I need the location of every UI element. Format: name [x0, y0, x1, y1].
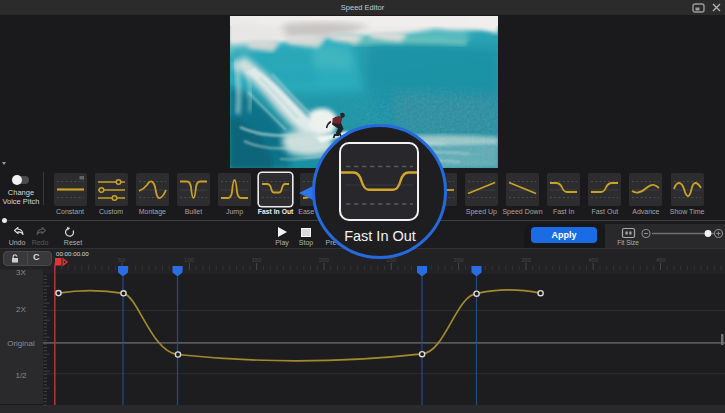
- svg-text:350: 350: [521, 257, 532, 263]
- svg-text:00:00:00.00: 00:00:00.00: [56, 250, 89, 257]
- svg-text:400: 400: [588, 257, 599, 263]
- svg-text:1/2: 1/2: [15, 371, 27, 380]
- svg-text:Original: Original: [7, 339, 35, 348]
- svg-text:150: 150: [251, 257, 262, 263]
- svg-text:2X: 2X: [16, 305, 26, 314]
- svg-text:300: 300: [454, 257, 465, 263]
- svg-text:100: 100: [184, 257, 195, 263]
- svg-text:200: 200: [319, 257, 330, 263]
- svg-text:50: 50: [118, 257, 125, 263]
- svg-text:450: 450: [656, 257, 667, 263]
